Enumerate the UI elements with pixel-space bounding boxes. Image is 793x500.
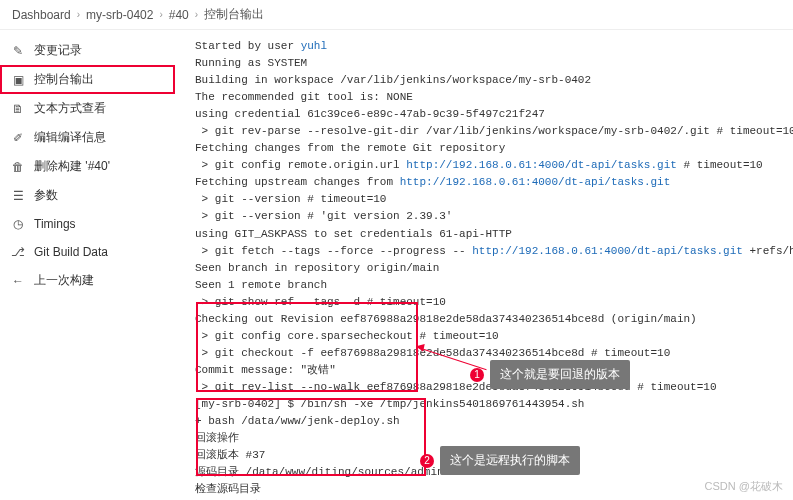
- edit-icon: ✐: [10, 130, 26, 146]
- sidebar-item-label: 变更记录: [34, 42, 82, 59]
- breadcrumb-item[interactable]: my-srb-0402: [86, 8, 153, 22]
- pencil-icon: ✎: [10, 43, 26, 59]
- console-line: Checking out Revision eef876988a29818e2d…: [195, 311, 785, 328]
- sidebar-item-label: 控制台输出: [34, 71, 94, 88]
- sidebar-item-console[interactable]: ▣ 控制台输出: [0, 65, 175, 94]
- callout-number: 2: [420, 454, 434, 468]
- chevron-right-icon: ›: [159, 9, 162, 20]
- annotation-callout: 2 这个是远程执行的脚本: [440, 446, 580, 475]
- console-line: > git fetch --tags --force --progress --…: [195, 243, 785, 260]
- chevron-right-icon: ›: [77, 9, 80, 20]
- console-link[interactable]: http://192.168.0.61:4000/dt-api/tasks.gi…: [472, 245, 743, 257]
- console-line: Seen branch in repository origin/main: [195, 260, 785, 277]
- console-line: 检查源码目录: [195, 481, 785, 498]
- console-link[interactable]: http://192.168.0.61:4000/dt-api/tasks.gi…: [400, 176, 671, 188]
- sidebar-item-label: Git Build Data: [34, 245, 108, 259]
- console-line: The recommended git tool is: NONE: [195, 89, 785, 106]
- sidebar-item-params[interactable]: ☰ 参数: [0, 181, 175, 210]
- sidebar: ✎ 变更记录 ▣ 控制台输出 🗎 文本方式查看 ✐ 编辑编译信息 🗑 删除构建 …: [0, 30, 175, 500]
- sidebar-item-changes[interactable]: ✎ 变更记录: [0, 36, 175, 65]
- callout-text: 这个是远程执行的脚本: [450, 452, 570, 469]
- document-icon: 🗎: [10, 101, 26, 117]
- breadcrumb-item[interactable]: #40: [169, 8, 189, 22]
- console-line: Seen 1 remote branch: [195, 277, 785, 294]
- console-line: [my-srb-0402] $ /bin/sh -xe /tmp/jenkins…: [195, 396, 785, 413]
- sidebar-item-timings[interactable]: ◷ Timings: [0, 210, 175, 238]
- console-link[interactable]: yuhl: [301, 40, 327, 52]
- trash-icon: 🗑: [10, 159, 26, 175]
- sidebar-item-label: Timings: [34, 217, 76, 231]
- console-line: > git config core.sparsecheckout # timeo…: [195, 328, 785, 345]
- console-line: Running as SYSTEM: [195, 55, 785, 72]
- console-line: > git rev-parse --resolve-git-dir /var/l…: [195, 123, 785, 140]
- sidebar-item-label: 上一次构建: [34, 272, 94, 289]
- console-line: + bash /data/www/jenk-deploy.sh: [195, 413, 785, 430]
- arrow-left-icon: ←: [10, 273, 26, 289]
- console-line: Started by user yuhl: [195, 38, 785, 55]
- console-line: > git --version # timeout=10: [195, 191, 785, 208]
- console-line: Fetching upstream changes from http://19…: [195, 174, 785, 191]
- breadcrumb-item[interactable]: 控制台输出: [204, 6, 264, 23]
- watermark: CSDN @花破木: [705, 479, 783, 494]
- console-line: 回滚操作: [195, 430, 785, 447]
- sidebar-item-prevbuild[interactable]: ← 上一次构建: [0, 266, 175, 295]
- callout-text: 这个就是要回退的版本: [500, 366, 620, 383]
- console-line: > git show-ref --tags -d # timeout=10: [195, 294, 785, 311]
- console-line: > git --version # 'git version 2.39.3': [195, 208, 785, 225]
- sidebar-item-label: 参数: [34, 187, 58, 204]
- clock-icon: ◷: [10, 216, 26, 232]
- console-line: Fetching changes from the remote Git rep…: [195, 140, 785, 157]
- breadcrumb: Dashboard › my-srb-0402 › #40 › 控制台输出: [0, 0, 793, 30]
- annotation-callout: 1 这个就是要回退的版本: [490, 360, 630, 389]
- sidebar-item-gitdata[interactable]: ⎇ Git Build Data: [0, 238, 175, 266]
- callout-number: 1: [470, 368, 484, 382]
- chevron-right-icon: ›: [195, 9, 198, 20]
- sidebar-item-editinfo[interactable]: ✐ 编辑编译信息: [0, 123, 175, 152]
- console-line: > git config remote.origin.url http://19…: [195, 157, 785, 174]
- console-line: using GIT_ASKPASS to set credentials 61-…: [195, 226, 785, 243]
- console-link[interactable]: http://192.168.0.61:4000/dt-api/tasks.gi…: [406, 159, 677, 171]
- console-output: Started by user yuhlRunning as SYSTEMBui…: [175, 30, 793, 500]
- sidebar-item-delete[interactable]: 🗑 删除构建 '#40': [0, 152, 175, 181]
- terminal-icon: ▣: [10, 72, 26, 88]
- git-icon: ⎇: [10, 244, 26, 260]
- console-line: using credential 61c39ce6-e89c-47ab-9c39…: [195, 106, 785, 123]
- sidebar-item-textview[interactable]: 🗎 文本方式查看: [0, 94, 175, 123]
- sidebar-item-label: 编辑编译信息: [34, 129, 106, 146]
- sidebar-item-label: 删除构建 '#40': [34, 158, 110, 175]
- sidebar-item-label: 文本方式查看: [34, 100, 106, 117]
- sliders-icon: ☰: [10, 188, 26, 204]
- breadcrumb-item[interactable]: Dashboard: [12, 8, 71, 22]
- console-line: Building in workspace /var/lib/jenkins/w…: [195, 72, 785, 89]
